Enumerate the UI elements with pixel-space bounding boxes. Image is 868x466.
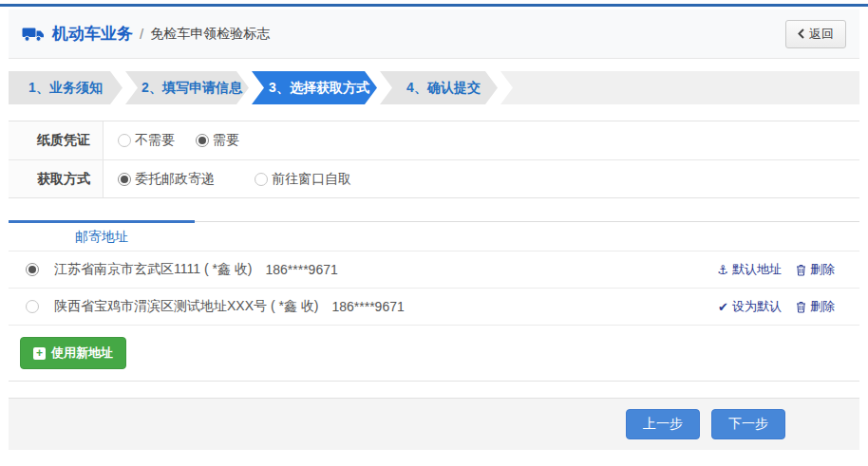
form-row-delivery-method: 获取方式 委托邮政寄递 前往窗口自取	[9, 159, 859, 197]
radio-icon-selected[interactable]	[196, 134, 209, 147]
options-form: 纸质凭证 不需要 需要 获取方式 委托邮政寄递	[9, 121, 859, 198]
radio-option-no-need[interactable]: 不需要	[118, 132, 175, 149]
mailing-address-section: 邮寄地址 江苏省南京市玄武区1111 ( *鑫 收) 186****9671 ⚓…	[9, 221, 859, 382]
truck-icon	[22, 26, 45, 43]
address-text: 陕西省宝鸡市渭滨区测试地址XXX号 ( *鑫 收)	[54, 298, 318, 315]
radio-option-need[interactable]: 需要	[196, 132, 239, 149]
step-4-confirm-submit[interactable]: 4、确认提交	[380, 71, 498, 104]
delete-address-button[interactable]: 删除	[796, 261, 835, 278]
next-step-button[interactable]: 下一步	[711, 409, 785, 439]
check-icon: ✔	[718, 301, 728, 313]
set-default-button[interactable]: ✔ 设为默认	[718, 298, 782, 315]
page-container: 机动车业务 / 免检车申领检验标志 返回 1、业务须知 2、填写申请信息 3、选…	[9, 9, 859, 450]
radio-label[interactable]: 委托邮政寄递	[135, 171, 215, 188]
default-address-badge[interactable]: ⚓ 默认地址	[717, 261, 782, 278]
page-title: 机动车业务	[52, 23, 133, 45]
address-phone: 186****9671	[265, 262, 337, 277]
delete-address-button[interactable]: 删除	[796, 298, 835, 315]
radio-label[interactable]: 前往窗口自取	[272, 171, 351, 188]
set-default-label[interactable]: 设为默认	[732, 298, 782, 315]
anchor-icon: ⚓	[717, 264, 728, 276]
address-text: 江苏省南京市玄武区1111 ( *鑫 收)	[54, 261, 252, 278]
plus-icon: +	[33, 347, 46, 360]
address-tab-header: 邮寄地址	[9, 221, 859, 252]
back-button-label: 返回	[809, 26, 834, 43]
previous-step-button[interactable]: 上一步	[626, 409, 700, 439]
radio-label[interactable]: 不需要	[135, 132, 175, 149]
form-row-paper-voucher: 纸质凭证 不需要 需要	[9, 121, 859, 159]
radio-icon-selected[interactable]	[118, 173, 131, 186]
address-radio[interactable]	[26, 300, 39, 313]
header-bar: 机动车业务 / 免检车申领检验标志 返回	[9, 9, 859, 59]
step-1-notice[interactable]: 1、业务须知	[9, 71, 123, 104]
breadcrumb-separator: /	[140, 26, 143, 42]
address-row-2[interactable]: 陕西省宝鸡市渭滨区测试地址XXX号 ( *鑫 收) 186****9671 ✔ …	[9, 289, 859, 326]
use-new-address-button[interactable]: + 使用新地址	[20, 337, 126, 369]
radio-option-window-pickup[interactable]: 前往窗口自取	[255, 171, 351, 188]
radio-label[interactable]: 需要	[213, 132, 239, 149]
step-3-choose-method[interactable]: 3、选择获取方式	[252, 71, 377, 104]
default-address-label[interactable]: 默认地址	[732, 261, 782, 278]
trash-icon	[796, 301, 806, 313]
delete-label[interactable]: 删除	[810, 261, 835, 278]
use-new-address-label: 使用新地址	[51, 345, 113, 362]
tab-mailing-address[interactable]: 邮寄地址	[9, 222, 195, 252]
trash-icon	[796, 264, 806, 276]
back-button[interactable]: 返回	[785, 20, 846, 48]
step-bar-filler	[500, 71, 859, 104]
footer-action-bar: 上一步 下一步	[9, 398, 859, 450]
radio-icon[interactable]	[255, 173, 268, 186]
address-row-1[interactable]: 江苏省南京市玄武区1111 ( *鑫 收) 186****9671 ⚓ 默认地址…	[9, 252, 859, 289]
radio-option-postal-delivery[interactable]: 委托邮政寄递	[118, 171, 215, 188]
top-accent-line	[0, 4, 868, 7]
form-label: 纸质凭证	[9, 121, 104, 159]
address-radio-selected[interactable]	[26, 263, 39, 276]
address-phone: 186****9671	[331, 299, 404, 314]
chevron-left-icon	[798, 28, 804, 39]
delete-label[interactable]: 删除	[810, 298, 835, 315]
radio-icon[interactable]	[118, 134, 131, 147]
step-progress-bar: 1、业务须知 2、填写申请信息 3、选择获取方式 4、确认提交	[9, 71, 859, 104]
breadcrumb-current: 免检车申领检验标志	[150, 26, 270, 43]
add-address-area: + 使用新地址	[9, 326, 859, 381]
step-2-fill-info[interactable]: 2、填写申请信息	[125, 71, 249, 104]
form-label: 获取方式	[9, 160, 104, 197]
